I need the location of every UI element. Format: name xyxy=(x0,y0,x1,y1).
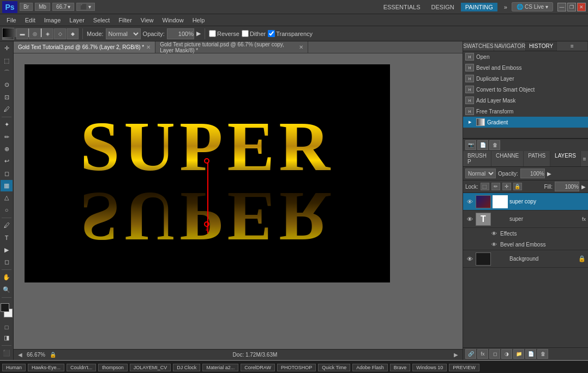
painting-btn[interactable]: PAINTING xyxy=(461,3,497,11)
tab-2[interactable]: Gold Text picture tutorial.psd @ 66.7% (… xyxy=(155,41,308,53)
taskbar-coreldraw[interactable]: CorelDRAW xyxy=(241,364,275,371)
history-delete[interactable]: 🗑 xyxy=(489,140,500,150)
tab-1-close[interactable]: ✕ xyxy=(146,44,151,50)
canvas-scroll[interactable]: SUPER SUPER ↓ xyxy=(14,53,463,349)
lasso-tool[interactable]: ⌒ xyxy=(1,67,13,79)
close-btn[interactable]: ✕ xyxy=(577,3,586,11)
paths-tab[interactable]: PATHS xyxy=(524,151,550,166)
gradient-swatch[interactable] xyxy=(2,28,14,40)
type-tool[interactable]: T xyxy=(1,232,13,243)
zoom-dropdown[interactable]: 66.7 ▾ xyxy=(52,3,74,11)
layer-mask-btn[interactable]: ◻ xyxy=(489,349,500,359)
tab-1[interactable]: Gold Text Tutorial3.psd @ 66.7% (Layer 2… xyxy=(14,41,155,53)
top-panel-options[interactable]: ≡ xyxy=(557,41,588,51)
dodge-tool[interactable]: ○ xyxy=(1,204,13,215)
layer-eye-super[interactable]: 👁 xyxy=(465,215,474,223)
taskbar-brave[interactable]: Brave xyxy=(390,364,411,371)
screen-mode-btn[interactable]: ⬛ xyxy=(1,347,13,359)
eraser-tool[interactable]: ◻ xyxy=(1,167,13,179)
screen-mode-dropdown[interactable]: ⬛ ▾ xyxy=(76,3,95,11)
zoom-lock-icon[interactable]: 🔒 xyxy=(50,352,56,358)
taskbar-material[interactable]: Material a2... xyxy=(202,364,238,371)
angle-gradient-btn[interactable]: ◈ xyxy=(41,28,53,39)
layer-style-btn[interactable]: fx xyxy=(477,349,488,359)
fill-input[interactable] xyxy=(555,182,579,191)
menu-layer[interactable]: Layer xyxy=(65,16,89,25)
opacity-input[interactable] xyxy=(167,28,194,39)
linear-gradient-btn[interactable]: ▬ xyxy=(16,28,28,39)
diamond-gradient-btn[interactable]: ◆ xyxy=(67,28,79,39)
blend-mode-select[interactable]: Normal Multiply Screen xyxy=(465,169,496,178)
marquee-tool[interactable]: ⬚ xyxy=(1,55,13,66)
essentials-btn[interactable]: ESSENTIALS xyxy=(379,3,425,11)
taskbar-windows[interactable]: Windows 10 xyxy=(412,364,447,371)
layers-options-btn[interactable]: ≡ xyxy=(581,155,588,163)
dither-check[interactable]: Dither xyxy=(242,30,266,37)
bevel-emboss-eye[interactable]: 👁 xyxy=(490,240,498,248)
taskbar-flash[interactable]: Adobe Flash xyxy=(352,364,388,371)
opacity-input[interactable] xyxy=(520,169,545,178)
cs-live-btn[interactable]: 🌐CS Live ▾ xyxy=(512,2,553,11)
menu-file[interactable]: File xyxy=(2,16,21,25)
taskbar-preview[interactable]: PREVIEW xyxy=(449,364,479,371)
spot-heal-tool[interactable]: ✦ xyxy=(1,119,13,130)
taskbar-couldnt[interactable]: Couldn't... xyxy=(67,364,96,371)
history-add-mask[interactable]: H Add Layer Mask xyxy=(463,95,588,106)
design-btn[interactable]: DESIGN xyxy=(427,3,459,11)
history-free-transform[interactable]: H Free Transform xyxy=(463,106,588,117)
effects-eye[interactable]: 👁 xyxy=(490,230,498,237)
swatches-tab[interactable]: SWATCHES xyxy=(463,41,494,51)
history-gradient[interactable]: ▶ Gradient xyxy=(463,117,588,128)
brush-tool[interactable]: ✏ xyxy=(1,131,13,142)
reverse-checkbox[interactable] xyxy=(209,30,216,37)
minimize-btn[interactable]: — xyxy=(557,3,566,11)
layer-mask-super-copy[interactable] xyxy=(493,195,508,208)
layer-fx-super[interactable]: fx xyxy=(582,216,586,222)
history-smart-object[interactable]: H Convert to Smart Object xyxy=(463,84,588,95)
more-workspaces-btn[interactable]: » xyxy=(500,3,512,11)
layer-new-btn[interactable]: 📄 xyxy=(525,349,536,359)
navigator-tab[interactable]: NAVIGATOR xyxy=(494,41,526,51)
channels-tab[interactable]: CHANNE xyxy=(491,151,524,166)
history-new-document[interactable]: 📄 xyxy=(477,140,488,150)
reverse-check[interactable]: Reverse xyxy=(209,30,239,37)
lock-position[interactable]: ✛ xyxy=(502,183,511,190)
reflected-gradient-btn[interactable]: ◇ xyxy=(54,28,66,39)
menu-window[interactable]: Window xyxy=(158,16,188,25)
menu-image[interactable]: Image xyxy=(40,16,65,25)
history-new-snapshot[interactable]: 📷 xyxy=(465,140,476,150)
restore-btn[interactable]: ❐ xyxy=(567,3,576,11)
history-duplicate[interactable]: H Duplicate Layer xyxy=(463,73,588,84)
dither-checkbox[interactable] xyxy=(242,30,249,37)
transparency-checkbox[interactable] xyxy=(268,30,275,37)
hand-tool[interactable]: ✋ xyxy=(1,272,13,283)
blur-tool[interactable]: △ xyxy=(1,192,13,203)
menu-edit[interactable]: Edit xyxy=(21,16,40,25)
layer-background[interactable]: 👁 Background 🔒 xyxy=(463,250,588,268)
layer-eye-super-copy[interactable]: 👁 xyxy=(465,198,474,206)
taskbar-quicktime[interactable]: Quick Time xyxy=(318,364,350,371)
path-select-tool[interactable]: ▶ xyxy=(1,244,13,255)
taskbar-photoshop[interactable]: PHOTOSHOP xyxy=(277,364,316,371)
layer-group-btn[interactable]: 📁 xyxy=(513,349,524,359)
standard-mode[interactable]: □ xyxy=(1,322,12,333)
history-brush-tool[interactable]: ↩ xyxy=(1,155,13,167)
layer-eye-background[interactable]: 👁 xyxy=(465,255,474,263)
layer-delete-btn[interactable]: 🗑 xyxy=(537,349,548,359)
lock-transparent-pixels[interactable]: ⬚ xyxy=(481,183,489,190)
bridge-btn[interactable]: Br xyxy=(20,3,33,11)
eyedropper-tool[interactable]: 🖊 xyxy=(1,104,13,115)
clone-tool[interactable]: ⊕ xyxy=(1,143,13,155)
zoom-tool[interactable]: 🔍 xyxy=(1,284,13,295)
shape-tool[interactable]: ◻ xyxy=(1,256,13,268)
effects-label[interactable]: 👁 Effects xyxy=(490,228,586,239)
gradient-tool[interactable]: ▦ xyxy=(1,180,13,191)
layer-adjustment-btn[interactable]: ◑ xyxy=(501,349,512,359)
menu-view[interactable]: View xyxy=(136,16,158,25)
foreground-color[interactable] xyxy=(1,303,9,312)
layer-super[interactable]: 👁 T super fx xyxy=(463,210,588,228)
scroll-right[interactable]: ▶ xyxy=(454,352,458,358)
layer-link-btn[interactable]: 🔗 xyxy=(465,349,476,359)
bevel-emboss-effect[interactable]: 👁 Bevel and Emboss xyxy=(490,239,586,250)
taskbar-dj-clock[interactable]: DJ Clock xyxy=(173,364,200,371)
